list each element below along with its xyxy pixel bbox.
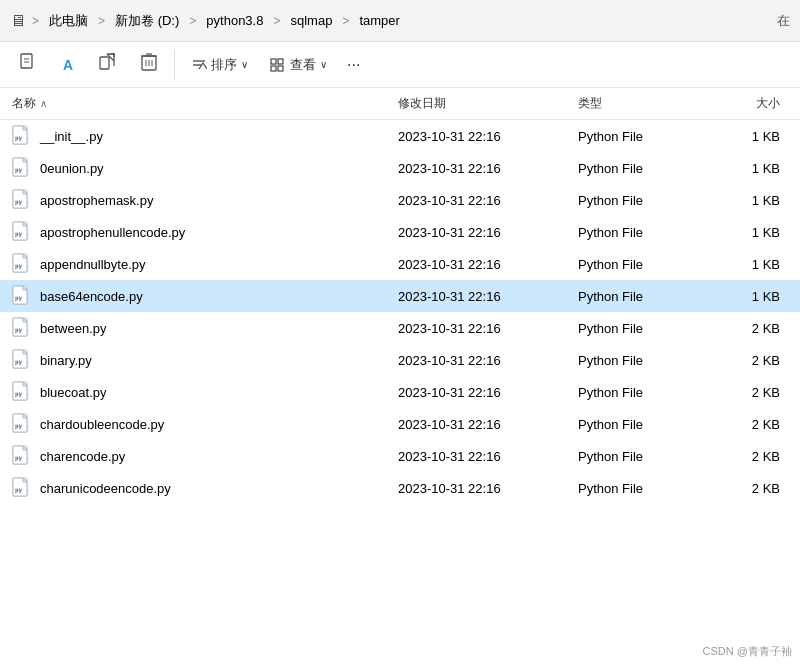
- address-bar: 🖥 > 此电脑 > 新加卷 (D:) > python3.8 > sqlmap …: [0, 0, 800, 42]
- sort-icon: [191, 57, 207, 73]
- file-name: chardoubleencode.py: [40, 417, 164, 432]
- col-size-header[interactable]: 大小: [708, 95, 788, 112]
- table-row[interactable]: py binary.py 2023-10-31 22:16 Python Fil…: [0, 344, 800, 376]
- file-date: 2023-10-31 22:16: [398, 289, 578, 304]
- more-button[interactable]: ···: [339, 46, 368, 84]
- python-file-icon: py: [12, 189, 32, 211]
- python-file-icon: py: [12, 477, 32, 499]
- file-type: Python File: [578, 193, 708, 208]
- svg-rect-14: [278, 59, 283, 64]
- file-name: base64encode.py: [40, 289, 143, 304]
- table-row[interactable]: py base64encode.py 2023-10-31 22:16 Pyth…: [0, 280, 800, 312]
- col-type-header[interactable]: 类型: [578, 95, 708, 112]
- share-icon: [98, 52, 118, 77]
- file-date: 2023-10-31 22:16: [398, 481, 578, 496]
- monitor-icon: 🖥: [10, 12, 26, 30]
- breadcrumb-drive[interactable]: 新加卷 (D:): [111, 10, 183, 32]
- file-name: appendnullbyte.py: [40, 257, 146, 272]
- file-date: 2023-10-31 22:16: [398, 129, 578, 144]
- file-date: 2023-10-31 22:16: [398, 449, 578, 464]
- far-right-text: 在: [777, 12, 790, 30]
- file-type: Python File: [578, 257, 708, 272]
- file-size: 2 KB: [708, 417, 788, 432]
- sort-chevron: ∨: [241, 59, 248, 70]
- file-date: 2023-10-31 22:16: [398, 353, 578, 368]
- file-name: apostrophemask.py: [40, 193, 153, 208]
- svg-text:py: py: [15, 326, 23, 334]
- breadcrumb-sqlmap[interactable]: sqlmap: [286, 11, 336, 30]
- table-row[interactable]: py charencode.py 2023-10-31 22:16 Python…: [0, 440, 800, 472]
- svg-text:py: py: [15, 134, 23, 142]
- table-row[interactable]: py apostrophenullencode.py 2023-10-31 22…: [0, 216, 800, 248]
- sep-4: >: [340, 14, 351, 28]
- file-size: 2 KB: [708, 449, 788, 464]
- file-date: 2023-10-31 22:16: [398, 161, 578, 176]
- file-list: 名称 ∧ 修改日期 类型 大小 py __init__.py 2023-10-3…: [0, 88, 800, 667]
- breadcrumb-tamper: tamper: [355, 11, 403, 30]
- svg-rect-16: [278, 66, 283, 71]
- file-date: 2023-10-31 22:16: [398, 321, 578, 336]
- python-file-icon: py: [12, 349, 32, 371]
- file-size: 1 KB: [708, 161, 788, 176]
- rename-icon: A: [63, 57, 73, 73]
- file-type: Python File: [578, 225, 708, 240]
- view-icon: [270, 57, 286, 73]
- file-date: 2023-10-31 22:16: [398, 417, 578, 432]
- svg-text:py: py: [15, 262, 23, 270]
- rename-button[interactable]: A: [50, 46, 86, 84]
- python-file-icon: py: [12, 445, 32, 467]
- svg-rect-0: [21, 54, 32, 68]
- file-name: binary.py: [40, 353, 92, 368]
- sep-0: >: [30, 14, 41, 28]
- svg-rect-13: [271, 59, 276, 64]
- python-file-icon: py: [12, 317, 32, 339]
- file-size: 2 KB: [708, 481, 788, 496]
- file-date: 2023-10-31 22:16: [398, 225, 578, 240]
- svg-text:py: py: [15, 294, 23, 302]
- sort-button[interactable]: 排序 ∨: [181, 46, 258, 84]
- python-file-icon: py: [12, 221, 32, 243]
- table-row[interactable]: py chardoubleencode.py 2023-10-31 22:16 …: [0, 408, 800, 440]
- svg-rect-3: [100, 57, 109, 69]
- col-date-header[interactable]: 修改日期: [398, 95, 578, 112]
- file-type: Python File: [578, 353, 708, 368]
- svg-text:py: py: [15, 358, 23, 366]
- python-file-icon: py: [12, 413, 32, 435]
- table-row[interactable]: py __init__.py 2023-10-31 22:16 Python F…: [0, 120, 800, 152]
- table-row[interactable]: py charunicodeencode.py 2023-10-31 22:16…: [0, 472, 800, 504]
- file-type: Python File: [578, 417, 708, 432]
- file-size: 1 KB: [708, 193, 788, 208]
- file-name: charencode.py: [40, 449, 125, 464]
- file-date: 2023-10-31 22:16: [398, 257, 578, 272]
- new-button[interactable]: [8, 46, 48, 84]
- view-label: 查看: [290, 56, 316, 74]
- table-row[interactable]: py apostrophemask.py 2023-10-31 22:16 Py…: [0, 184, 800, 216]
- sort-label: 排序: [211, 56, 237, 74]
- file-date: 2023-10-31 22:16: [398, 385, 578, 400]
- python-file-icon: py: [12, 285, 32, 307]
- svg-text:py: py: [15, 454, 23, 462]
- table-row[interactable]: py bluecoat.py 2023-10-31 22:16 Python F…: [0, 376, 800, 408]
- sep-3: >: [271, 14, 282, 28]
- view-button[interactable]: 查看 ∨: [260, 46, 337, 84]
- python-file-icon: py: [12, 157, 32, 179]
- toolbar-separator: [174, 50, 175, 80]
- file-name: charunicodeencode.py: [40, 481, 171, 496]
- toolbar: A: [0, 42, 800, 88]
- col-name-header[interactable]: 名称 ∧: [12, 95, 398, 112]
- python-file-icon: py: [12, 381, 32, 403]
- breadcrumb-python38[interactable]: python3.8: [202, 11, 267, 30]
- share-button[interactable]: [88, 46, 128, 84]
- file-date: 2023-10-31 22:16: [398, 193, 578, 208]
- delete-icon: [140, 52, 158, 77]
- file-type: Python File: [578, 289, 708, 304]
- svg-text:py: py: [15, 166, 23, 174]
- table-row[interactable]: py appendnullbyte.py 2023-10-31 22:16 Py…: [0, 248, 800, 280]
- file-size: 2 KB: [708, 321, 788, 336]
- table-row[interactable]: py 0eunion.py 2023-10-31 22:16 Python Fi…: [0, 152, 800, 184]
- column-headers: 名称 ∧ 修改日期 类型 大小: [0, 88, 800, 120]
- table-row[interactable]: py between.py 2023-10-31 22:16 Python Fi…: [0, 312, 800, 344]
- breadcrumb-此电脑[interactable]: 此电脑: [45, 10, 92, 32]
- file-name: apostrophenullencode.py: [40, 225, 185, 240]
- delete-button[interactable]: [130, 46, 168, 84]
